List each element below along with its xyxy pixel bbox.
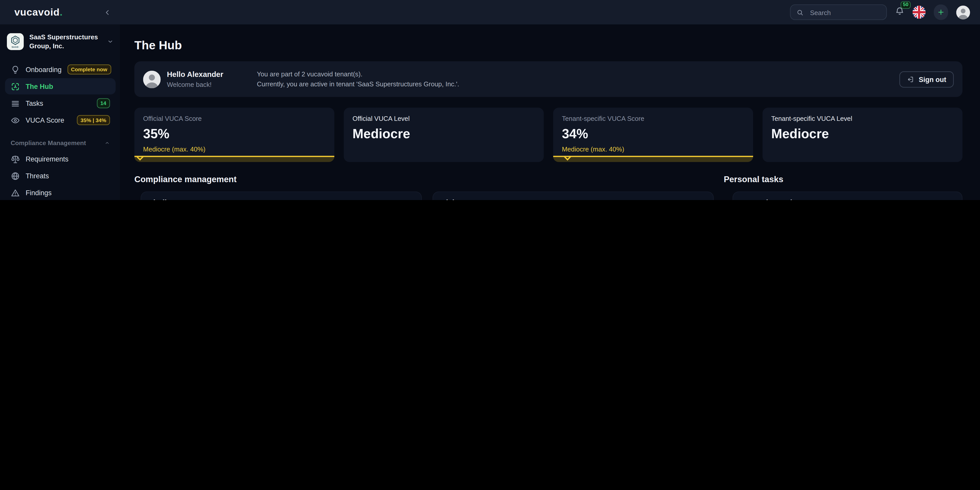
chevron-down-icon xyxy=(107,38,114,45)
welcome-card: Hello Alexander Welcome back! You are pa… xyxy=(135,61,963,97)
add-item-button[interactable] xyxy=(672,199,679,200)
sidebar-item-label: Tasks xyxy=(25,100,91,107)
panel-actions xyxy=(380,199,414,200)
language-flag-button[interactable] xyxy=(913,6,926,19)
sidebar-item-onboarding[interactable]: OnboardingComplete now xyxy=(5,62,116,78)
list-view-button[interactable] xyxy=(394,199,401,200)
welcome-greeting: Hello Alexander xyxy=(167,70,227,79)
sidebar-item-label: VUCA Score xyxy=(25,117,71,124)
create-button[interactable] xyxy=(934,4,948,20)
score-card-note: Mediocre (max. 40%) xyxy=(143,145,205,153)
app-logo-dot: . xyxy=(60,6,63,18)
score-card-value: Mediocre xyxy=(771,126,954,142)
panel-header: Risks xyxy=(433,192,713,200)
welcome-avatar xyxy=(143,70,161,88)
sidebar-section-compliance-management: Compliance Management xyxy=(11,140,110,147)
sidebar-item-label: Onboarding xyxy=(25,66,62,73)
sidebar-item-badge: 14 xyxy=(97,98,110,109)
sidebar-item-requirements[interactable]: Requirements xyxy=(5,151,116,168)
sign-out-button[interactable]: Sign out xyxy=(899,71,954,87)
sidebar-item-label: Findings xyxy=(25,189,110,196)
notifications-count-badge: 50 xyxy=(900,1,911,9)
app-window: vucavoid. 50 xyxy=(0,0,980,200)
score-progress-track xyxy=(135,157,334,162)
panel-findings: FindingsTitleStatusVendor compliance gap… xyxy=(141,192,422,200)
chevron-left-icon xyxy=(104,8,111,16)
score-progress-track xyxy=(553,157,753,162)
sidebar-primary-nav: OnboardingComplete nowThe HubTasks14VUCA… xyxy=(5,62,116,129)
main-content: The Hub Hello Alexander Welcome back! Yo… xyxy=(120,24,980,200)
topbar-actions: 50 xyxy=(790,4,980,20)
score-card-official-vuca-level: Official VUCA LevelMediocre xyxy=(344,107,544,162)
globe-icon xyxy=(11,171,20,180)
score-card-label: Official VUCA Score xyxy=(143,115,326,122)
score-card-tenant-specific-vuca-score: Tenant-specific VUCA Score34%Mediocre (m… xyxy=(553,107,753,162)
svg-text:SAAS·: SAAS· xyxy=(11,45,19,48)
welcome-tenants-line: You are part of 2 vucavoid tenant(s). xyxy=(257,69,460,79)
sidebar-collapse-button[interactable] xyxy=(104,0,114,24)
app-logo[interactable]: vucavoid. xyxy=(14,6,63,18)
sidebar-item-label: Requirements xyxy=(25,155,110,163)
sidebar-item-threats[interactable]: Threats xyxy=(5,168,116,184)
sidebar-item-badge: Complete now xyxy=(67,65,111,75)
panel-actions xyxy=(921,199,954,200)
score-card-value: Mediocre xyxy=(352,126,535,142)
avatar-photo xyxy=(956,5,970,19)
chevron-up-icon[interactable] xyxy=(104,140,110,146)
welcome-active-tenant-line: Currently, you are active in tenant 'Saa… xyxy=(257,79,460,89)
score-card-label: Official VUCA Level xyxy=(352,115,535,122)
compliance-column: Compliance management FindingsTitleStatu… xyxy=(135,174,714,200)
panel-title: Risks xyxy=(441,198,461,200)
score-card-value: 35% xyxy=(143,126,326,142)
app-logo-text: vucavoid xyxy=(14,6,60,18)
list-view-button[interactable] xyxy=(934,199,942,200)
topbar: vucavoid. 50 xyxy=(0,0,980,24)
scales-icon xyxy=(11,154,20,164)
tenant-logo: SAAS· xyxy=(7,33,24,50)
collapse-panel-button[interactable] xyxy=(948,199,954,200)
lightbulb-icon xyxy=(11,65,20,74)
panel-title: Findings xyxy=(149,198,180,200)
sign-out-label: Sign out xyxy=(919,75,946,83)
search-field[interactable] xyxy=(809,8,881,17)
score-card-tenant-specific-vuca-level: Tenant-specific VUCA LevelMediocre xyxy=(762,107,963,162)
user-avatar[interactable] xyxy=(956,5,970,19)
sidebar: SAAS· SaaS Superstructures Group, Inc. O… xyxy=(0,24,120,200)
score-card-label: Tenant-specific VUCA Score xyxy=(562,115,745,122)
tenant-selector[interactable]: SAAS· SaaS Superstructures Group, Inc. xyxy=(5,33,116,50)
tenant-name: SaaS Superstructures Group, Inc. xyxy=(29,33,101,50)
sign-out-icon xyxy=(907,75,914,83)
collapse-panel-button[interactable] xyxy=(407,199,414,200)
panel-risks: RisksTitleStatusInsider Trading RiskMoni… xyxy=(433,192,714,200)
compliance-panels-grid: FindingsTitleStatusVendor compliance gap… xyxy=(141,192,714,200)
search-icon xyxy=(796,8,803,16)
sidebar-item-vuca-score[interactable]: VUCA Score35% | 34% xyxy=(5,112,116,129)
search-input[interactable] xyxy=(790,4,887,20)
sidebar-item-tasks[interactable]: Tasks14 xyxy=(5,95,116,112)
warning-icon xyxy=(11,188,20,198)
personal-tasks-column: Personal tasks Upcoming tasks Fil xyxy=(724,174,963,200)
panel-header: Findings xyxy=(141,192,421,200)
collapse-panel-button[interactable] xyxy=(699,199,705,200)
add-task-button[interactable] xyxy=(921,199,928,200)
panel-actions xyxy=(672,199,706,200)
sidebar-item-the-hub[interactable]: The Hub xyxy=(5,78,116,95)
personal-tasks-heading: Personal tasks xyxy=(724,174,963,184)
dashboard-columns: Compliance management FindingsTitleStatu… xyxy=(135,174,963,200)
notifications-button[interactable]: 50 xyxy=(895,6,904,18)
add-item-button[interactable] xyxy=(380,199,387,200)
score-card-note: Mediocre (max. 40%) xyxy=(562,145,624,153)
hub-icon xyxy=(11,82,20,91)
score-cards-row: Official VUCA Score35%Mediocre (max. 40%… xyxy=(135,107,963,162)
upcoming-tasks-title: Upcoming tasks xyxy=(741,198,799,200)
list-icon xyxy=(11,99,20,108)
list-view-button[interactable] xyxy=(686,199,693,200)
compliance-heading: Compliance management xyxy=(135,174,714,184)
sidebar-item-badge: 35% | 34% xyxy=(77,115,110,125)
score-progress-line xyxy=(135,156,334,157)
sidebar-item-findings[interactable]: Findings xyxy=(5,185,116,200)
score-card-official-vuca-score: Official VUCA Score35%Mediocre (max. 40%… xyxy=(135,107,334,162)
sidebar-item-label: Threats xyxy=(25,172,110,180)
sidebar-section-title: Compliance Management xyxy=(11,140,86,147)
score-card-label: Tenant-specific VUCA Level xyxy=(771,115,954,122)
